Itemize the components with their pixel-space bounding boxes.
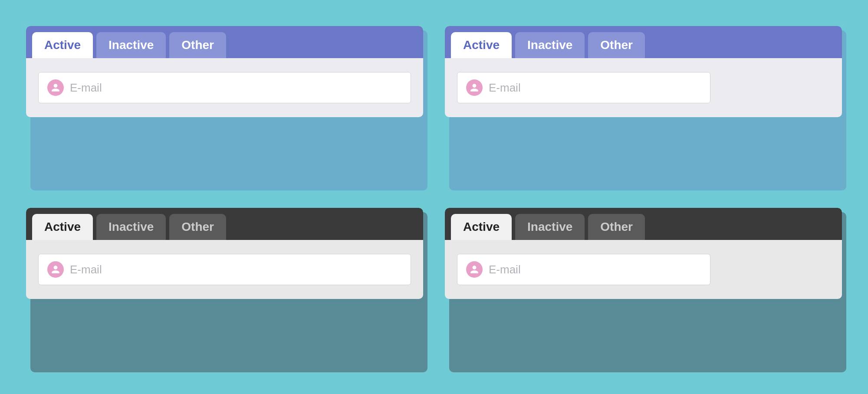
tab-other-3[interactable]: Other [169,214,226,240]
card-bottom-right: Active Inactive Other E-mail [445,208,842,368]
content-area-2: E-mail [445,58,842,117]
user-icon-2 [466,79,483,96]
tab-inactive-1[interactable]: Inactive [96,32,166,58]
email-placeholder-2: E-mail [489,81,521,95]
email-field-3[interactable]: E-mail [38,254,411,285]
tab-active-2[interactable]: Active [451,32,512,58]
tab-active-3[interactable]: Active [32,214,93,240]
email-placeholder-1: E-mail [70,81,102,95]
user-icon-4 [466,261,483,278]
tab-other-4[interactable]: Other [588,214,645,240]
content-area-1: E-mail [26,58,423,117]
main-grid: Active Inactive Other E-mail [0,0,868,394]
tab-inactive-4[interactable]: Inactive [515,214,585,240]
card-top-left-inner: Active Inactive Other E-mail [26,26,423,117]
card-top-right-inner: Active Inactive Other E-mail [445,26,842,117]
tab-bar-2: Active Inactive Other [445,26,842,58]
card-top-left: Active Inactive Other E-mail [26,26,423,186]
person-icon-1 [51,83,60,92]
tab-bar-1: Active Inactive Other [26,26,423,58]
person-icon-2 [470,83,479,92]
card-bottom-left: Active Inactive Other E-mail [26,208,423,368]
card-bottom-left-inner: Active Inactive Other E-mail [26,208,423,299]
tab-active-4[interactable]: Active [451,214,512,240]
tab-inactive-3[interactable]: Inactive [96,214,166,240]
person-icon-4 [470,265,479,274]
user-icon-3 [47,261,64,278]
tab-inactive-2[interactable]: Inactive [515,32,585,58]
card-bottom-right-inner: Active Inactive Other E-mail [445,208,842,299]
email-field-1[interactable]: E-mail [38,72,411,103]
tab-bar-4: Active Inactive Other [445,208,842,240]
email-field-2[interactable]: E-mail [457,72,710,103]
tab-active-1[interactable]: Active [32,32,93,58]
card-top-right: Active Inactive Other E-mail [445,26,842,186]
email-placeholder-3: E-mail [70,263,102,276]
person-icon-3 [51,265,60,274]
content-area-4: E-mail [445,240,842,299]
tab-bar-3: Active Inactive Other [26,208,423,240]
email-placeholder-4: E-mail [489,263,521,276]
tab-other-2[interactable]: Other [588,32,645,58]
user-icon-1 [47,79,64,96]
tab-other-1[interactable]: Other [169,32,226,58]
email-field-4[interactable]: E-mail [457,254,710,285]
content-area-3: E-mail [26,240,423,299]
